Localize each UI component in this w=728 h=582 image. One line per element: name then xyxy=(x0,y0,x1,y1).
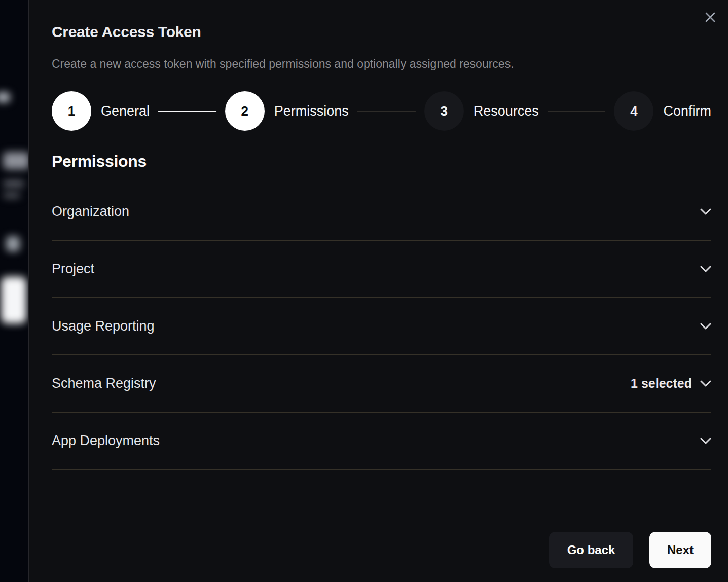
section-label: Organization xyxy=(52,204,129,220)
step-connector xyxy=(548,111,606,112)
chevron-down-icon xyxy=(700,323,711,330)
step-permissions: 2 Permissions xyxy=(225,91,349,131)
step-label: General xyxy=(101,103,150,119)
step-number-badge: 3 xyxy=(424,91,464,131)
background-app-strip xyxy=(0,0,28,582)
step-confirm: 4 Confirm xyxy=(614,91,711,131)
step-label: Permissions xyxy=(274,103,349,119)
close-icon xyxy=(704,11,716,25)
blurred-background-element xyxy=(1,277,26,323)
accordion-section-usage-reporting[interactable]: Usage Reporting xyxy=(52,298,711,355)
step-number-badge: 1 xyxy=(52,91,91,131)
step-resources: 3 Resources xyxy=(424,91,539,131)
dialog-title: Create Access Token xyxy=(52,23,711,41)
chevron-down-icon xyxy=(700,380,711,387)
step-general: 1 General xyxy=(52,91,150,131)
chevron-down-icon xyxy=(700,438,711,445)
next-button[interactable]: Next xyxy=(649,532,711,568)
selected-count-badge: 1 selected xyxy=(631,376,692,391)
section-label: Usage Reporting xyxy=(52,318,155,334)
blurred-background-element xyxy=(3,192,20,198)
dialog-subtitle: Create a new access token with specified… xyxy=(52,57,711,71)
section-label: Schema Registry xyxy=(52,376,156,391)
step-label: Resources xyxy=(474,103,539,119)
create-access-token-dialog: Create Access Token Create a new access … xyxy=(28,0,728,582)
step-connector xyxy=(357,111,416,112)
blurred-background-element xyxy=(3,180,24,187)
chevron-down-icon xyxy=(700,266,711,273)
close-button[interactable] xyxy=(702,9,719,26)
wizard-stepper: 1 General 2 Permissions 3 Resources 4 Co… xyxy=(52,91,711,131)
accordion-section-app-deployments[interactable]: App Deployments xyxy=(52,413,711,470)
step-label: Confirm xyxy=(663,103,711,119)
chevron-down-icon xyxy=(700,208,711,215)
go-back-button[interactable]: Go back xyxy=(549,532,633,568)
blurred-background-element xyxy=(0,92,10,102)
step-connector xyxy=(158,111,216,112)
step-number-badge: 2 xyxy=(225,91,265,131)
blurred-background-element xyxy=(3,152,28,169)
section-label: App Deployments xyxy=(52,433,160,449)
accordion-section-project[interactable]: Project xyxy=(52,241,711,298)
step-number-badge: 4 xyxy=(614,91,653,131)
dialog-footer: Go back Next xyxy=(549,532,711,568)
accordion-section-organization[interactable]: Organization xyxy=(52,184,711,241)
permissions-heading: Permissions xyxy=(52,152,711,171)
blurred-background-element xyxy=(6,236,20,251)
permissions-accordion: Organization Project Usage Reporting xyxy=(52,184,711,470)
section-label: Project xyxy=(52,261,94,277)
accordion-section-schema-registry[interactable]: Schema Registry 1 selected xyxy=(52,355,711,413)
